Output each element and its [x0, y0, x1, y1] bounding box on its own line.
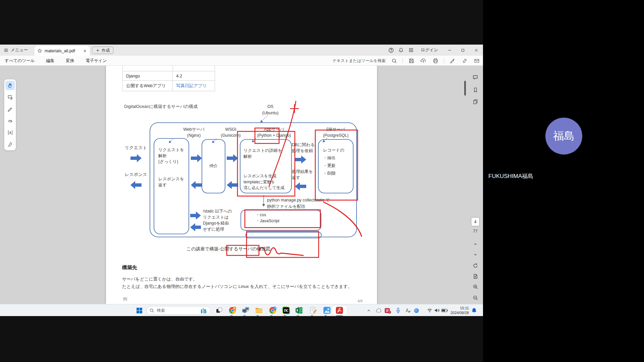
tray-microphone[interactable] [394, 306, 402, 315]
maximize-icon [461, 48, 465, 53]
help-button[interactable] [386, 45, 396, 56]
document-tab[interactable]: materials_all.pdf [35, 46, 90, 56]
search-icon [149, 308, 154, 313]
copy-panel-button[interactable] [471, 98, 479, 106]
acrobat-running-indicator [336, 315, 343, 316]
notifications-button[interactable] [396, 45, 406, 56]
link-button[interactable] [461, 57, 468, 64]
tool-edit[interactable]: 編集 [46, 58, 54, 64]
window-minimize-button[interactable] [443, 45, 456, 56]
mail-button[interactable] [473, 57, 480, 64]
page-footer-number: 4/9 [358, 298, 363, 304]
app-server-label: Appサーバ(Python + Django) [244, 127, 304, 138]
bookmark-icon [473, 87, 478, 93]
plus-icon [96, 48, 100, 53]
add-text-tool-button[interactable] [5, 128, 15, 137]
tab-close-icon[interactable] [83, 49, 87, 53]
bookmarks-panel-button[interactable] [471, 86, 479, 94]
tray-copilot[interactable] [412, 306, 421, 315]
next-page-button[interactable] [471, 250, 479, 258]
tray-ime-pen[interactable] [403, 306, 412, 315]
running-indicator [257, 315, 259, 316]
taskbar-pycharm[interactable] [282, 306, 290, 315]
remote-desktop-icon [242, 306, 250, 314]
comments-panel-button[interactable] [471, 73, 479, 81]
fill-sign-tool-button[interactable] [5, 139, 15, 149]
calendar-badge-icon [384, 307, 391, 314]
windows-taskbar: 検索 [0, 304, 483, 316]
taskbar-chrome-2[interactable] [268, 306, 277, 315]
taskbar-excel[interactable] [295, 306, 304, 315]
chrome-icon [228, 306, 236, 314]
taskbar-chrome-1[interactable] [228, 306, 237, 315]
web-box-text-top: リクエストを解析(ざっくり) [158, 147, 184, 165]
add-annotation-button[interactable] [449, 57, 456, 64]
taskbar-clock[interactable]: 15:11 2024/08/28 [450, 306, 469, 315]
taskbar-search-box[interactable]: 検索 [146, 306, 211, 315]
excel-icon [295, 306, 303, 314]
chevron-down-icon [473, 252, 478, 257]
apps-grid-button[interactable] [406, 45, 416, 56]
create-button[interactable]: 作成 [92, 47, 113, 54]
cloud-icon [375, 307, 382, 314]
current-page-input[interactable]: 4 [471, 217, 480, 226]
scrollbar-thumb[interactable] [464, 81, 466, 96]
taskbar-search-placeholder: 検索 [157, 308, 198, 313]
start-button[interactable] [135, 306, 144, 315]
participant-avatar: 福島 [545, 118, 582, 155]
running-indicator [325, 315, 327, 316]
cloud-upload-button[interactable] [420, 57, 427, 64]
db-server-label: DBサーバ(PostgreSQL) [314, 127, 358, 138]
save-button[interactable] [408, 57, 415, 64]
highlight-tool-button[interactable] [5, 104, 15, 114]
taskbar-photos[interactable] [323, 306, 331, 315]
login-button[interactable]: ログイン [416, 47, 443, 53]
tray-onedrive[interactable] [374, 306, 383, 315]
star-icon [37, 48, 42, 53]
chrome-icon [269, 306, 277, 314]
taskbar-file-explorer[interactable] [255, 306, 263, 315]
db-box-text: レコードの・抽出・更新・削除 [323, 146, 344, 177]
page-view-button[interactable] [471, 272, 479, 280]
search-button[interactable] [390, 57, 398, 64]
add-comment-tool-button[interactable] [5, 93, 15, 102]
tray-meeting-app[interactable] [383, 306, 392, 315]
tool-esign[interactable]: 電子サイン [86, 58, 107, 64]
tray-notification-bell[interactable] [470, 306, 478, 315]
bell-icon [398, 47, 404, 53]
create-label: 作成 [102, 48, 110, 53]
rotate-page-button[interactable] [471, 261, 479, 269]
db-request-text: DBに関わる処理を依頼 [292, 142, 315, 154]
db-response-text: 処理結果を返す [292, 169, 313, 181]
task-view-icon [216, 307, 223, 314]
task-view-button[interactable] [215, 306, 223, 315]
running-indicator [311, 315, 313, 316]
tray-show-hidden-button[interactable] [364, 306, 373, 315]
search-highlight-image[interactable] [200, 307, 208, 313]
taskbar-acrobat[interactable] [332, 306, 347, 315]
tray-battery[interactable] [440, 306, 449, 315]
menu-button[interactable]: メニュー [0, 45, 31, 56]
search-label[interactable]: テキストまたはツールを検索 [332, 58, 386, 64]
help-icon [388, 47, 394, 53]
zoom-in-button[interactable] [471, 283, 479, 291]
pen-plus-icon [450, 58, 455, 64]
taskbar-notepad[interactable] [309, 306, 318, 315]
previous-page-button[interactable] [471, 240, 479, 248]
pycharm-icon [282, 306, 290, 314]
quick-tools-rail [4, 79, 16, 150]
tool-all-tools[interactable]: すべてのツール [5, 58, 35, 64]
zoom-out-button[interactable] [471, 294, 479, 302]
ime-pen-icon [405, 307, 411, 313]
request-label: リクエスト [125, 145, 147, 151]
print-button[interactable] [432, 57, 439, 64]
tool-convert[interactable]: 変換 [66, 58, 74, 64]
hand-tool-button[interactable] [5, 81, 15, 90]
add-text-icon [7, 130, 13, 135]
window-maximize-button[interactable] [456, 45, 470, 56]
taskbar-remote-desktop[interactable] [241, 306, 250, 315]
zoom-in-icon [473, 284, 478, 290]
close-icon [474, 48, 479, 53]
window-close-button[interactable] [470, 45, 483, 56]
draw-tool-button[interactable] [5, 116, 15, 125]
